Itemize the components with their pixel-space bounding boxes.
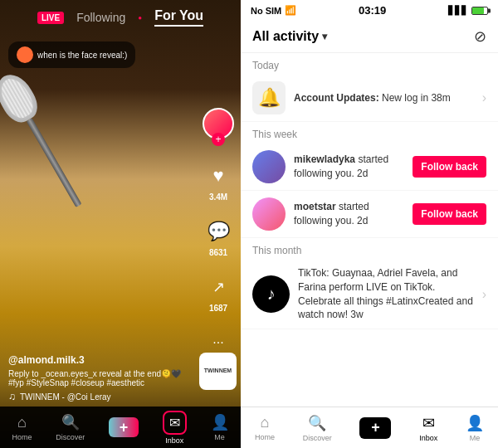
video-info: @almond.milk.3 Reply to _ocean.eyes_x re…	[8, 354, 195, 402]
inbox-highlight: ✉	[163, 411, 187, 435]
no-sim-text: No SIM	[251, 6, 281, 16]
nav-me-label-right: Me	[470, 434, 481, 442]
music-info: ♫ TWINNEM - @Coi Leray	[8, 391, 195, 402]
share-icon: ↗	[203, 272, 233, 302]
user2-avatar[interactable]	[252, 197, 286, 231]
tiktok-notif-item[interactable]: ♪ TikTok: Guaynaa, Adriel Favela, and Fa…	[241, 260, 498, 329]
comment-avatar	[17, 46, 33, 63]
discover-icon-right: 🔍	[308, 414, 326, 432]
nav-inbox-left[interactable]: ✉ Inbox	[163, 411, 187, 445]
comment-action[interactable]: 💬 8631	[203, 217, 233, 257]
account-update-body: Account Updates: New log in 38m	[294, 91, 474, 105]
user1-name: mikewladyka	[294, 153, 355, 165]
tiktok-music-icon: ♪	[267, 285, 276, 304]
wifi-icon: 📶	[285, 5, 296, 16]
account-update-title: Account Updates: New log in 38m	[294, 91, 474, 105]
tiktok-notif-body: TikTok: Guaynaa, Adriel Favela, and Fari…	[298, 266, 474, 322]
section-thismonth: This month	[241, 238, 498, 260]
nav-me-left[interactable]: 👤 Me	[211, 413, 229, 441]
status-right: ▋▋▋	[448, 6, 488, 15]
tiktok-logo-icon: ♪	[252, 275, 290, 313]
user2-title: moetstar started following you. 2d	[294, 200, 404, 228]
nav-discover-label: Discover	[56, 433, 85, 441]
discover-icon: 🔍	[61, 413, 80, 431]
battery-fill	[472, 7, 484, 14]
user2-name: moetstar	[294, 201, 336, 212]
section-thisweek: This week	[241, 122, 498, 144]
nav-home-right[interactable]: ⌂ Home	[255, 414, 275, 441]
music-note-icon: ♫	[8, 391, 16, 402]
nav-me-right[interactable]: 👤 Me	[466, 414, 484, 442]
chevron-right-icon: ›	[482, 90, 486, 105]
nav-home-label: Home	[12, 433, 32, 441]
nav-inbox-label-right: Inbox	[419, 434, 437, 442]
header-title-container[interactable]: All activity ▾	[252, 29, 327, 44]
filter-icon[interactable]: ⊘	[474, 27, 486, 46]
status-bar: No SIM 📶 03:19 ▋▋▋	[241, 0, 498, 21]
share-action[interactable]: ↗ 1687	[203, 272, 233, 313]
battery-icon	[471, 7, 488, 15]
header-title-text: All activity	[252, 29, 319, 44]
side-actions: + ♥ 3.4M 💬 8631 ↗ 1687 ···	[203, 108, 234, 358]
bottom-nav-left: ⌂ Home 🔍 Discover + ✉ Inbox 👤 Me	[0, 407, 241, 448]
reply-desc: Reply to _ocean.eyes_x reveal at the end…	[8, 369, 181, 387]
dot-indicator: ●	[138, 14, 142, 22]
user1-notif-item: mikewladyka started following you. 2d Fo…	[241, 144, 498, 191]
user1-follow-back-button[interactable]: Follow back	[413, 156, 486, 178]
status-time: 03:19	[359, 4, 386, 17]
nav-discover-left[interactable]: 🔍 Discover	[56, 413, 85, 441]
nav-inbox-right[interactable]: ✉ Inbox	[419, 414, 437, 442]
inbox-icon: ✉	[169, 416, 180, 430]
tiktok-chevron-right-icon: ›	[482, 287, 486, 302]
user1-title: mikewladyka started following you. 2d	[294, 153, 404, 181]
video-username[interactable]: @almond.milk.3	[8, 354, 195, 366]
user1-body: mikewladyka started following you. 2d	[294, 153, 404, 181]
user1-avatar[interactable]	[252, 150, 286, 183]
status-left: No SIM 📶	[251, 5, 296, 16]
nav-plus-left[interactable]: +	[109, 417, 139, 437]
user2-body: moetstar started following you. 2d	[294, 200, 404, 228]
create-button-right[interactable]: +	[359, 417, 391, 439]
tab-foryou[interactable]: For You	[154, 8, 203, 27]
bell-icon: 🔔	[252, 81, 286, 114]
signal-icon: ▋▋▋	[448, 6, 468, 15]
like-action[interactable]: ♥ 3.4M	[203, 161, 233, 202]
notifications-content: Today 🔔 Account Updates: New log in 38m …	[241, 53, 498, 407]
top-bar: LIVE Following ● For You	[0, 0, 241, 35]
user2-notif-item: moetstar started following you. 2d Follo…	[241, 191, 498, 238]
create-button-left[interactable]: +	[109, 417, 139, 437]
sticker-text: TWINNEM	[204, 368, 232, 374]
profile-icon: 👤	[211, 413, 229, 431]
comment-count: 8631	[209, 248, 227, 257]
comment-icon: 💬	[203, 217, 233, 246]
nav-me-label: Me	[214, 433, 225, 441]
section-today: Today	[241, 53, 498, 75]
nav-plus-right[interactable]: +	[359, 417, 391, 439]
nav-inbox-label: Inbox	[165, 436, 183, 445]
music-text: TWINNEM - @Coi Leray	[20, 392, 111, 402]
heart-icon: ♥	[203, 161, 233, 191]
reply-text: Reply to _ocean.eyes_x reveal at the end…	[8, 369, 195, 387]
twinnem-sticker: TWINNEM	[199, 353, 237, 390]
nav-discover-right[interactable]: 🔍 Discover	[303, 414, 332, 442]
comment-text: when is the face reveal:)	[37, 51, 127, 60]
home-icon-right: ⌂	[260, 414, 269, 431]
nav-home-label-right: Home	[255, 433, 275, 441]
tiktok-notif-title: TikTok: Guaynaa, Adriel Favela, and Fari…	[298, 266, 474, 322]
notifications-header: All activity ▾ ⊘	[241, 21, 498, 53]
account-update-desc: New log in 38m	[382, 92, 451, 104]
profile-icon-right: 👤	[466, 414, 484, 432]
user2-follow-back-button[interactable]: Follow back	[413, 203, 486, 225]
chevron-down-icon: ▾	[322, 31, 327, 42]
home-icon: ⌂	[17, 414, 27, 431]
follow-plus-icon: +	[212, 133, 225, 146]
tab-following[interactable]: Following	[76, 11, 125, 24]
account-update-item[interactable]: 🔔 Account Updates: New log in 38m ›	[241, 75, 498, 122]
notifications-panel: No SIM 📶 03:19 ▋▋▋ All activity ▾ ⊘ Toda…	[241, 0, 498, 448]
bottom-nav-right: ⌂ Home 🔍 Discover + ✉ Inbox 👤 Me	[241, 407, 498, 448]
nav-home-left[interactable]: ⌂ Home	[12, 414, 32, 441]
inbox-icon-right: ✉	[422, 414, 435, 432]
creator-avatar-container[interactable]: +	[203, 108, 234, 139]
account-update-title-text: Account Updates:	[294, 92, 379, 104]
video-feed-panel: LIVE Following ● For You when is the fac…	[0, 0, 241, 448]
